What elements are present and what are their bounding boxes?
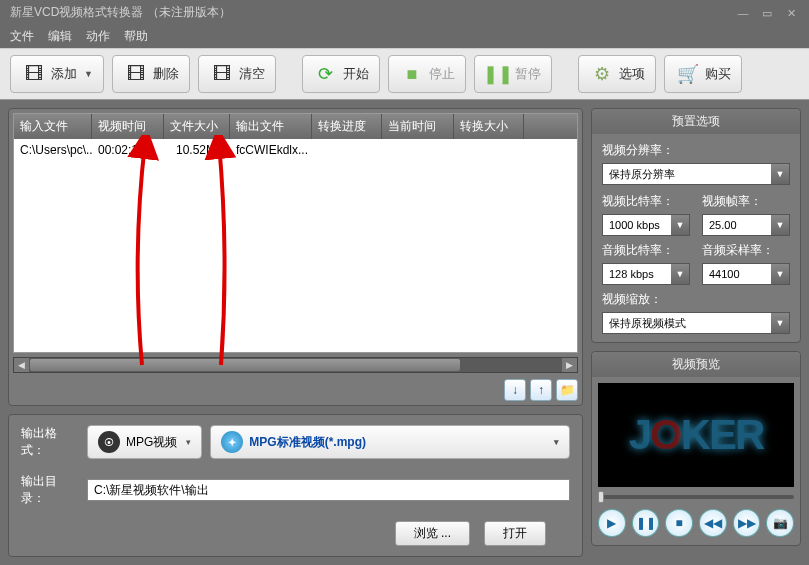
preset-title: 预置选项 bbox=[592, 109, 800, 134]
format-label: 输出格式： bbox=[21, 425, 77, 459]
scroll-thumb[interactable] bbox=[30, 359, 460, 371]
folder-button[interactable]: 📁 bbox=[556, 379, 578, 401]
pause-icon: ❚❚ bbox=[485, 61, 511, 87]
scroll-left-arrow[interactable]: ◀ bbox=[14, 358, 29, 372]
th-time[interactable]: 视频时间 bbox=[92, 114, 164, 139]
cell-time: 00:02:19 bbox=[92, 141, 164, 159]
th-output[interactable]: 输出文件 bbox=[230, 114, 312, 139]
start-button[interactable]: ⟳ 开始 bbox=[302, 55, 380, 93]
clear-button[interactable]: 🎞 清空 bbox=[198, 55, 276, 93]
minimize-button[interactable]: — bbox=[735, 7, 751, 19]
cell-input: C:\Users\pc\... bbox=[14, 141, 92, 159]
menu-help[interactable]: 帮助 bbox=[124, 28, 148, 45]
vzoom-label: 视频缩放： bbox=[602, 291, 790, 308]
preview-panel: 视频预览 JOKER ▶ ❚❚ ■ ◀◀ ▶▶ 📷 bbox=[591, 351, 801, 546]
titlebar: 新星VCD视频格式转换器 （未注册版本） — ▭ ✕ bbox=[0, 0, 809, 25]
options-button[interactable]: ⚙ 选项 bbox=[578, 55, 656, 93]
gear-icon: ⚙ bbox=[589, 61, 615, 87]
film-x-icon: 🎞 bbox=[209, 61, 235, 87]
open-button[interactable]: 打开 bbox=[484, 521, 546, 546]
menu-file[interactable]: 文件 bbox=[10, 28, 34, 45]
preview-title: 视频预览 bbox=[592, 352, 800, 377]
add-label: 添加 bbox=[51, 65, 77, 83]
vfps-label: 视频帧率： bbox=[702, 193, 790, 210]
format-preset-button[interactable]: ✦ MPG标准视频(*.mpg) ▾ bbox=[210, 425, 570, 459]
clear-label: 清空 bbox=[239, 65, 265, 83]
delete-button[interactable]: 🎞 删除 bbox=[112, 55, 190, 93]
close-button[interactable]: ✕ bbox=[783, 7, 799, 19]
seek-slider[interactable] bbox=[598, 495, 794, 499]
menu-edit[interactable]: 编辑 bbox=[48, 28, 72, 45]
toolbar: 🎞 添加 ▼ 🎞 删除 🎞 清空 ⟳ 开始 ■ 停止 ❚❚ 暂停 ⚙ 选项 bbox=[0, 48, 809, 100]
film-plus-icon: 🎞 bbox=[21, 61, 47, 87]
format-preset-text: MPG标准视频(*.mpg) bbox=[249, 434, 366, 451]
chevron-down-icon: ▾ bbox=[554, 437, 559, 447]
menubar: 文件 编辑 动作 帮助 bbox=[0, 25, 809, 48]
pause-label: 暂停 bbox=[515, 65, 541, 83]
th-progress[interactable]: 转换进度 bbox=[312, 114, 382, 139]
asample-label: 音频采样率： bbox=[702, 242, 790, 259]
stop-preview-button[interactable]: ■ bbox=[665, 509, 693, 537]
prev-frame-button[interactable]: ◀◀ bbox=[699, 509, 727, 537]
seek-thumb[interactable] bbox=[598, 491, 604, 503]
stop-icon: ■ bbox=[399, 61, 425, 87]
output-dir-input[interactable] bbox=[87, 479, 570, 501]
vbitrate-label: 视频比特率： bbox=[602, 193, 690, 210]
stop-label: 停止 bbox=[429, 65, 455, 83]
chevron-down-icon[interactable]: ▼ bbox=[671, 264, 689, 284]
chevron-down-icon[interactable]: ▼ bbox=[771, 313, 789, 333]
chevron-down-icon[interactable]: ▼ bbox=[671, 215, 689, 235]
chevron-down-icon: ▼ bbox=[84, 69, 93, 79]
vbitrate-select[interactable]: 1000 kbps ▼ bbox=[602, 214, 690, 236]
scroll-right-arrow[interactable]: ▶ bbox=[562, 358, 577, 372]
vzoom-select[interactable]: 保持原视频模式 ▼ bbox=[602, 312, 790, 334]
film-minus-icon: 🎞 bbox=[123, 61, 149, 87]
preset-panel: 预置选项 视频分辨率： 保持原分辨率 ▼ 视频比特率： 1000 kbps ▼ bbox=[591, 108, 801, 343]
horizontal-scrollbar[interactable]: ◀ ▶ bbox=[13, 357, 578, 373]
abitrate-select[interactable]: 128 kbps ▼ bbox=[602, 263, 690, 285]
abitrate-label: 音频比特率： bbox=[602, 242, 690, 259]
browse-button[interactable]: 浏览 ... bbox=[395, 521, 470, 546]
th-cursize[interactable]: 转换大小 bbox=[454, 114, 524, 139]
start-label: 开始 bbox=[343, 65, 369, 83]
cart-icon: 🛒 bbox=[675, 61, 701, 87]
chevron-down-icon: ▾ bbox=[186, 437, 191, 447]
play-button[interactable]: ▶ bbox=[598, 509, 626, 537]
th-curtime[interactable]: 当前时间 bbox=[382, 114, 454, 139]
cell-output: fcCWIEkdlx... bbox=[230, 141, 312, 159]
disc-icon: ⦿ bbox=[98, 431, 120, 453]
chevron-down-icon[interactable]: ▼ bbox=[771, 164, 789, 184]
chevron-down-icon[interactable]: ▼ bbox=[771, 264, 789, 284]
move-down-button[interactable]: ↓ bbox=[504, 379, 526, 401]
delete-label: 删除 bbox=[153, 65, 179, 83]
format-category-button[interactable]: ⦿ MPG视频 ▾ bbox=[87, 425, 202, 459]
cell-size: 10.52MB bbox=[164, 141, 230, 159]
pause-button[interactable]: ❚❚ 暂停 bbox=[474, 55, 552, 93]
next-frame-button[interactable]: ▶▶ bbox=[733, 509, 761, 537]
format-category-text: MPG视频 bbox=[126, 434, 177, 451]
resolution-select[interactable]: 保持原分辨率 ▼ bbox=[602, 163, 790, 185]
dir-label: 输出目录： bbox=[21, 473, 77, 507]
refresh-icon: ⟳ bbox=[313, 61, 339, 87]
th-input[interactable]: 输入文件 bbox=[14, 114, 92, 139]
sparkle-icon: ✦ bbox=[221, 431, 243, 453]
file-list-panel: 输入文件 视频时间 文件大小 输出文件 转换进度 当前时间 转换大小 C:\Us… bbox=[8, 108, 583, 406]
asample-select[interactable]: 44100 ▼ bbox=[702, 263, 790, 285]
maximize-button[interactable]: ▭ bbox=[759, 7, 775, 19]
options-label: 选项 bbox=[619, 65, 645, 83]
resolution-label: 视频分辨率： bbox=[602, 142, 790, 159]
file-table[interactable]: 输入文件 视频时间 文件大小 输出文件 转换进度 当前时间 转换大小 C:\Us… bbox=[13, 113, 578, 353]
window-title: 新星VCD视频格式转换器 （未注册版本） bbox=[10, 4, 231, 21]
vfps-select[interactable]: 25.00 ▼ bbox=[702, 214, 790, 236]
snapshot-button[interactable]: 📷 bbox=[766, 509, 794, 537]
table-row[interactable]: C:\Users\pc\... 00:02:19 10.52MB fcCWIEk… bbox=[14, 139, 577, 161]
add-button[interactable]: 🎞 添加 ▼ bbox=[10, 55, 104, 93]
move-up-button[interactable]: ↑ bbox=[530, 379, 552, 401]
th-size[interactable]: 文件大小 bbox=[164, 114, 230, 139]
pause-preview-button[interactable]: ❚❚ bbox=[632, 509, 660, 537]
buy-button[interactable]: 🛒 购买 bbox=[664, 55, 742, 93]
preview-viewport: JOKER bbox=[598, 383, 794, 487]
chevron-down-icon[interactable]: ▼ bbox=[771, 215, 789, 235]
menu-action[interactable]: 动作 bbox=[86, 28, 110, 45]
stop-button[interactable]: ■ 停止 bbox=[388, 55, 466, 93]
